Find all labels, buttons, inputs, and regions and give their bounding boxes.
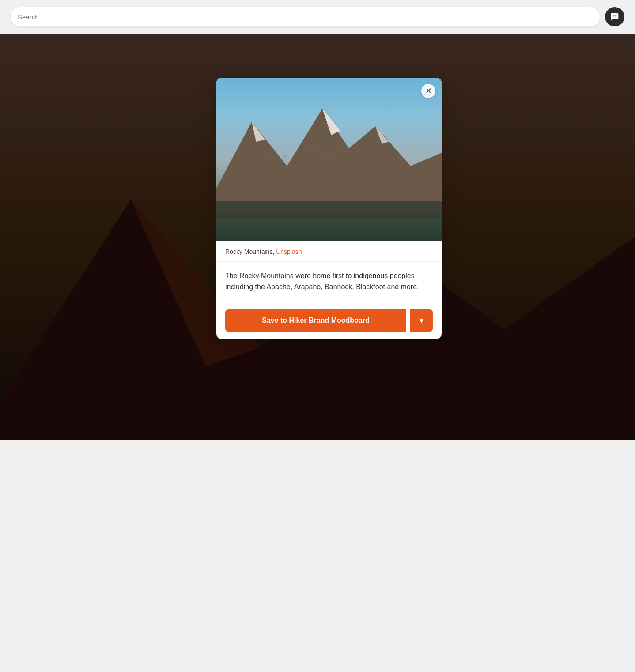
modal-image-container: ✕ <box>216 78 442 241</box>
save-to-moodboard-button[interactable]: Save to Hiker Brand Moodboard <box>225 309 406 332</box>
svg-rect-55 <box>216 201 442 241</box>
chevron-down-icon: ▾ <box>420 316 423 325</box>
modal-description: The Rocky Mountains were home first to i… <box>216 262 442 302</box>
modal-source-link[interactable]: Unsplash <box>276 248 302 255</box>
save-dropdown-button[interactable]: ▾ <box>410 309 433 332</box>
modal-close-button[interactable]: ✕ <box>421 84 435 98</box>
modal-hero-image <box>216 78 442 241</box>
svg-rect-56 <box>216 219 442 241</box>
close-icon: ✕ <box>425 86 432 96</box>
modal-mountain-svg <box>216 78 442 241</box>
message-icon <box>610 12 619 21</box>
modal-source-text: Rocky Mountains, <box>225 248 276 255</box>
message-icon-button[interactable] <box>605 7 624 26</box>
main-content: Stephanie Bailey 💬 6 ♡ 124 <box>0 34 635 440</box>
image-modal: ✕ Rocky Mountains, Unsplash The Rocky Mo… <box>216 78 442 339</box>
search-input[interactable] <box>11 7 600 26</box>
header <box>0 0 635 34</box>
modal-source-section: Rocky Mountains, Unsplash <box>216 241 442 262</box>
modal-footer: Save to Hiker Brand Moodboard ▾ <box>216 302 442 339</box>
